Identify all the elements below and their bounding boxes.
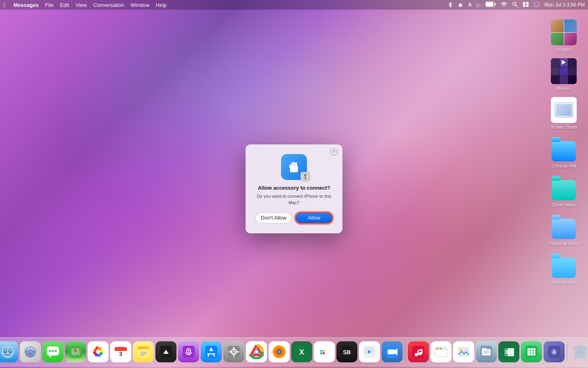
dialog-overlay: ? — [0, 10, 588, 368]
allow-accessory-dialog: ? — [246, 144, 342, 233]
svg-rect-5 — [523, 2, 525, 4]
dialog-message: Do you want to connect iPhone to this Ma… — [255, 193, 333, 206]
wifi-icon — [501, 2, 507, 8]
svg-rect-1 — [486, 2, 493, 6]
apple-menu[interactable]:  — [3, 2, 5, 8]
svg-rect-2 — [495, 3, 496, 5]
dialog-title: Allow accessory to connect? — [258, 185, 330, 191]
bluetooth-icon — [447, 2, 453, 8]
control-center-icon[interactable] — [523, 2, 529, 8]
menubar:  Messages File Edit View Conversation W… — [0, 0, 588, 10]
datetime: Mon Jul 3 3:56 PM — [544, 2, 585, 8]
help-button[interactable]: ? — [330, 148, 338, 156]
play-icon: ▷ — [477, 2, 481, 8]
connector-badge-icon — [300, 172, 310, 182]
desktop:  Messages File Edit View Conversation W… — [0, 0, 588, 368]
svg-rect-7 — [523, 5, 525, 7]
hand-icon — [287, 160, 301, 174]
svg-rect-12 — [291, 163, 293, 167]
svg-point-3 — [512, 2, 516, 5]
dont-allow-button[interactable]: Don't Allow — [255, 212, 292, 224]
menu-edit[interactable]: Edit — [60, 2, 69, 8]
usb-icon — [302, 173, 309, 180]
svg-point-10 — [536, 3, 538, 6]
menu-help[interactable]: Help — [156, 2, 167, 8]
svg-rect-6 — [526, 2, 529, 4]
allow-button[interactable]: Allow — [295, 212, 333, 224]
menu-view[interactable]: View — [76, 2, 87, 8]
menubar-left:  Messages File Edit View Conversation W… — [3, 2, 167, 8]
svg-rect-8 — [526, 5, 529, 7]
svg-rect-18 — [304, 178, 307, 179]
svg-line-4 — [516, 5, 517, 7]
search-icon[interactable] — [512, 2, 518, 8]
menu-conversation[interactable]: Conversation — [93, 2, 124, 8]
menu-window[interactable]: Window — [131, 2, 149, 8]
svg-rect-14 — [295, 163, 297, 167]
dialog-buttons: Don't Allow Allow — [255, 212, 333, 224]
battery-icon — [485, 2, 496, 8]
screenrecord-icon: ⏺ — [458, 2, 463, 8]
app-name[interactable]: Messages — [13, 2, 38, 8]
menubar-right: ⏺ A ▷ — [447, 2, 585, 8]
font-icon: A — [468, 2, 472, 8]
svg-rect-15 — [290, 165, 291, 169]
siri-icon[interactable] — [534, 2, 540, 8]
dialog-icon-container — [281, 154, 307, 180]
menu-file[interactable]: File — [45, 2, 54, 8]
svg-rect-13 — [293, 162, 295, 167]
svg-rect-16 — [304, 174, 307, 176]
